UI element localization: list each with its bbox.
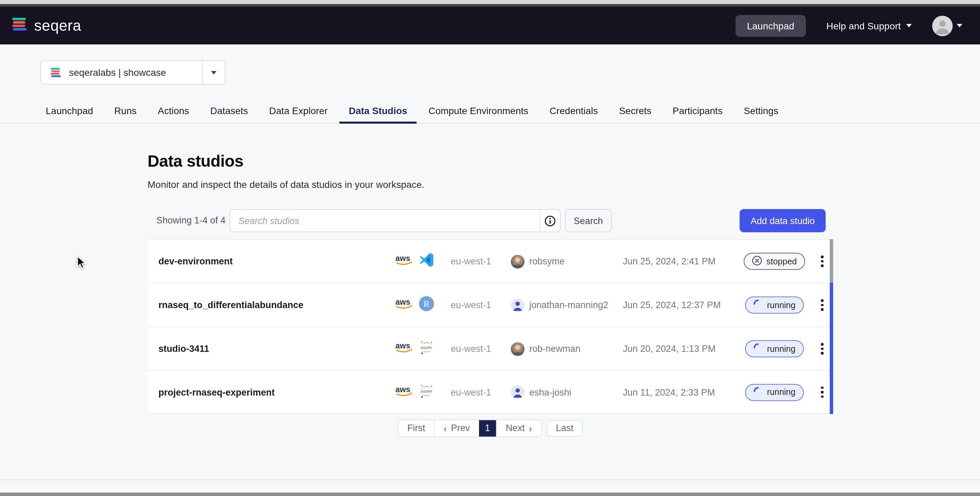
chevron-down-icon [906, 24, 912, 27]
running-spinner-icon [753, 386, 763, 396]
region-label: eu-west-1 [451, 344, 511, 354]
svg-text:jupyter: jupyter [420, 345, 432, 349]
username-label: esha-joshi [529, 387, 571, 397]
seqera-logo-icon [11, 16, 28, 35]
avatar [511, 298, 525, 312]
studios-table: dev-environment aws eu-west-1 robsyme Ju… [148, 239, 833, 414]
region-label: eu-west-1 [451, 256, 511, 266]
workspace-selector[interactable]: seqeralabs | showcase [40, 60, 225, 85]
search-info-button[interactable] [539, 210, 560, 231]
page-title: Data studios [148, 152, 243, 171]
profile-photo [511, 342, 525, 356]
pagination-current-page[interactable]: 1 [479, 420, 496, 437]
tab-data-studios[interactable]: Data Studios [339, 98, 417, 123]
status-badge: running [745, 384, 803, 401]
username-label: rob-newman [529, 344, 581, 354]
tab-launchpad[interactable]: Launchpad [36, 98, 103, 123]
studio-name-link[interactable]: studio-3411 [158, 344, 395, 354]
rstudio-icon: R [418, 296, 434, 314]
brand-name: seqera [34, 17, 81, 35]
help-and-support-menu[interactable]: Help and Support [826, 20, 912, 31]
avatar [511, 385, 525, 399]
page-subtitle: Monitor and inspect the details of data … [148, 179, 425, 190]
region-label: eu-west-1 [451, 387, 511, 397]
aws-icon: aws [395, 254, 414, 269]
scrollbar-track-highlight [830, 283, 833, 414]
pagination-first-button[interactable]: First [398, 420, 434, 437]
username-label: robsyme [529, 256, 565, 266]
search-box [229, 209, 561, 232]
studio-owner: robsyme [511, 255, 623, 268]
avatar [511, 255, 525, 268]
tab-data-explorer[interactable]: Data Explorer [259, 98, 337, 123]
search-button[interactable]: Search [565, 209, 612, 232]
studio-owner: rob-newman [511, 342, 623, 356]
studio-environment-icons: aws jupyter [395, 383, 451, 401]
chevron-down-icon [957, 24, 962, 27]
running-spinner-icon [753, 343, 763, 352]
pagination-last-button[interactable]: Last [546, 420, 583, 437]
region-label: eu-west-1 [451, 300, 511, 310]
scrollbar-thumb[interactable] [830, 239, 833, 283]
tab-credentials[interactable]: Credentials [540, 98, 608, 123]
studio-name-link[interactable]: dev-environment [158, 256, 395, 266]
workspace-selector-dropdown[interactable] [202, 61, 225, 84]
studio-environment-icons: aws jupyter [395, 340, 451, 358]
table-scrollbar[interactable] [830, 239, 833, 414]
username-label: jonathan-manning2 [529, 300, 608, 310]
pagination: First ‹ Prev 1 Next › Last [398, 419, 583, 437]
search-input[interactable] [230, 210, 539, 231]
tab-compute-environments[interactable]: Compute Environments [419, 98, 538, 123]
created-date-label: Jun 11, 2024, 2:33 PM [623, 387, 738, 397]
table-row[interactable]: project-rnaseq-experiment aws jupyter eu… [148, 370, 833, 414]
svg-text:aws: aws [395, 254, 410, 263]
aws-icon: aws [395, 341, 414, 357]
chevron-left-icon: ‹ [444, 420, 447, 437]
person-icon [511, 385, 525, 399]
studio-name-link[interactable]: project-rnaseq-experiment [158, 387, 395, 397]
user-account-menu[interactable] [932, 15, 962, 36]
person-icon [511, 298, 525, 312]
created-date-label: Jun 25, 2024, 2:41 PM [623, 256, 738, 266]
tab-runs[interactable]: Runs [105, 98, 146, 123]
info-icon [544, 215, 556, 226]
pagination-prev-button[interactable]: ‹ Prev [434, 420, 479, 437]
tab-datasets[interactable]: Datasets [201, 98, 258, 123]
svg-text:R: R [423, 299, 430, 309]
created-date-label: Jun 25, 2024, 12:37 PM [623, 300, 738, 310]
svg-text:aws: aws [395, 384, 410, 394]
launchpad-button[interactable]: Launchpad [735, 15, 806, 37]
studio-environment-icons: aws R [395, 296, 451, 314]
status-badge: stopped [744, 253, 805, 270]
chevron-right-icon: › [529, 420, 532, 437]
table-row[interactable]: studio-3411 aws jupyter eu-west-1 rob-ne… [148, 327, 833, 370]
panel-toolbar: Showing 1-4 of 4 Search Add data studio [148, 202, 833, 239]
vscode-icon [418, 252, 434, 271]
top-navbar: seqera Launchpad Help and Support [0, 7, 980, 45]
seqera-logo[interactable]: seqera [11, 16, 81, 35]
jupyter-icon: jupyter [418, 383, 434, 399]
prev-label: Prev [451, 420, 470, 437]
jupyter-icon: jupyter [418, 340, 434, 355]
jupyter-icon: jupyter [418, 383, 434, 401]
pagination-next-button[interactable]: Next › [496, 420, 541, 437]
vscode-icon [418, 252, 434, 268]
studio-name-link[interactable]: rnaseq_to_differentialabundance [158, 300, 395, 310]
jupyter-icon: jupyter [418, 340, 434, 358]
studio-owner: esha-joshi [511, 385, 623, 399]
svg-text:aws: aws [395, 298, 410, 306]
svg-text:aws: aws [395, 341, 410, 350]
tab-participants[interactable]: Participants [663, 98, 732, 123]
workspace-tabs: LaunchpadRunsActionsDatasetsData Explore… [0, 98, 980, 124]
add-data-studio-button[interactable]: Add data studio [740, 209, 826, 232]
tab-actions[interactable]: Actions [148, 98, 199, 123]
browser-chrome-line [0, 4, 980, 7]
tab-secrets[interactable]: Secrets [609, 98, 661, 123]
created-date-label: Jun 20, 2024, 1:13 PM [623, 344, 738, 354]
table-row[interactable]: dev-environment aws eu-west-1 robsyme Ju… [148, 239, 833, 283]
next-label: Next [506, 420, 525, 437]
tab-settings[interactable]: Settings [734, 98, 788, 123]
table-row[interactable]: rnaseq_to_differentialabundance aws R eu… [148, 283, 833, 327]
data-studios-panel: Showing 1-4 of 4 Search Add data studio … [148, 202, 833, 414]
status-badge: running [745, 340, 803, 357]
